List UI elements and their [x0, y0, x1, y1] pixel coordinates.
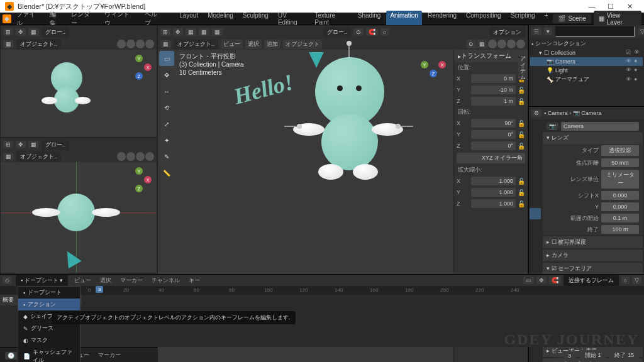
tab-data-camera[interactable]	[530, 208, 541, 219]
zoom-icon[interactable]	[145, 196, 155, 206]
lens-unit[interactable]: ミリメーター	[601, 170, 639, 189]
axis-z[interactable]: Z	[135, 72, 143, 80]
ds-filter2-icon[interactable]: ▽	[632, 277, 641, 284]
mode-dd[interactable]: オブジェクト..	[16, 39, 61, 50]
tab-add[interactable]: +	[541, 11, 552, 27]
tree-collection[interactable]: ▾ ☐ Collection☑👁	[530, 48, 643, 57]
axis-z[interactable]: Z	[135, 185, 143, 192]
mode-dd[interactable]: オブジェクト..	[16, 151, 61, 162]
props-editor-icon[interactable]: ⚙	[531, 109, 541, 117]
ds-menu-view[interactable]: ビュー	[72, 277, 94, 285]
lock-icon[interactable]: 🔓	[518, 131, 525, 138]
shade-solid-icon[interactable]	[126, 152, 135, 161]
eye-icon[interactable]: 👁	[634, 49, 641, 57]
transform-tool[interactable]: ✦	[159, 133, 174, 148]
cursor-icon[interactable]: ✥	[16, 141, 26, 148]
nav-gizmo[interactable]: Y X Z	[126, 167, 152, 192]
axis-y[interactable]: Y	[135, 55, 143, 62]
shade-solid-icon[interactable]	[497, 40, 506, 48]
loc-z[interactable]: 1 m	[471, 97, 516, 106]
ds-snap-dd[interactable]: 近接するフレーム	[564, 275, 619, 286]
pivot-icon[interactable]: ⊙	[353, 28, 364, 36]
current-frame[interactable]: 3	[563, 351, 576, 360]
lens-panel-header[interactable]: ▾ レンズ	[543, 132, 643, 144]
rot-y[interactable]: 0°	[471, 130, 516, 139]
menu-add[interactable]: 追加	[264, 40, 280, 49]
tab-scripting[interactable]: Scripting	[507, 11, 539, 27]
lock-icon[interactable]: 🔓	[518, 200, 525, 207]
tab-layout[interactable]: Layout	[175, 11, 202, 27]
persp-icon[interactable]	[145, 118, 155, 128]
focal-length[interactable]: 50 mm	[601, 158, 639, 167]
minimize-button[interactable]: —	[582, 3, 601, 10]
tree-scene-collection[interactable]: ▪ シーンコレクション	[530, 39, 643, 48]
app-icon[interactable]: ◆	[3, 14, 11, 23]
dopesheet-timeline[interactable]: 3 0 20 40 60 80 100 120 140 160 180 200 …	[0, 286, 644, 295]
measure-tool[interactable]: 📏	[159, 165, 174, 180]
axis-x[interactable]: X	[144, 63, 152, 71]
tab-object[interactable]	[530, 183, 541, 194]
shade-wire-icon[interactable]	[117, 152, 126, 161]
lock-icon[interactable]: 🔓	[518, 178, 525, 185]
shade-wire-icon[interactable]	[488, 40, 497, 48]
lock-icon[interactable]: 🔓	[518, 98, 525, 105]
tab-constraint[interactable]	[530, 195, 541, 207]
snap2-icon[interactable]: ▦	[212, 28, 223, 36]
current-frame-marker[interactable]: 3	[96, 286, 103, 293]
rotate-tool[interactable]: ⟲	[159, 100, 174, 115]
editor-icon[interactable]: ▦	[160, 40, 171, 48]
menu-object[interactable]: オブジェクト	[283, 40, 322, 49]
shade-render-icon[interactable]	[516, 40, 525, 48]
shade-render-icon[interactable]	[145, 40, 154, 48]
viewlayer-selector[interactable]: ▦View Layer	[594, 11, 641, 27]
disable-icon[interactable]: ●	[634, 67, 641, 74]
persp-icon[interactable]	[145, 230, 155, 240]
dopesheet-mode-dd[interactable]: ▪ ドープシート ▾	[16, 275, 68, 286]
menu-select[interactable]: 選択	[245, 40, 262, 49]
shade-mat-icon[interactable]	[136, 40, 145, 48]
dd-mask[interactable]: ◐ マスク	[18, 334, 80, 346]
filter-icon[interactable]: ▽	[638, 28, 644, 35]
options-dd[interactable]: オプション	[489, 27, 525, 38]
snap-icon[interactable]: ▦	[199, 28, 209, 36]
tab-viewlayer[interactable]	[530, 145, 541, 156]
camera-panel-header[interactable]: ▸ カメラ	[543, 250, 643, 261]
zoom-icon[interactable]	[145, 84, 155, 94]
frame-start[interactable]: 開始 1	[580, 350, 606, 361]
axis-x[interactable]: X	[438, 61, 446, 69]
ds-filter-icon[interactable]: 🧲	[549, 277, 561, 284]
tree-camera[interactable]: 📷 Camera👁●	[530, 57, 643, 66]
annotate-tool[interactable]: ✎	[159, 149, 174, 164]
orientation-dd[interactable]: グロー..	[323, 27, 351, 38]
tab-modeling[interactable]: Modeling	[204, 11, 237, 27]
snap-toggle[interactable]: 🧲	[366, 28, 378, 36]
editor-icon[interactable]: ▦	[3, 153, 14, 160]
transform-panel-header[interactable]: ▸ トランスフォーム	[454, 50, 528, 62]
prop-edit-icon[interactable]: ○	[380, 28, 389, 36]
cursor-tool[interactable]: ✥	[159, 67, 174, 82]
shade-solid-icon[interactable]	[126, 40, 135, 48]
tab-render[interactable]	[530, 120, 541, 131]
camera-data-icon[interactable]: 📷	[547, 123, 558, 130]
tab-compositing[interactable]: Compositing	[462, 11, 505, 27]
eye-icon[interactable]: 👁	[626, 58, 633, 65]
eye-icon[interactable]: 👁	[626, 67, 633, 74]
axis-y[interactable]: Y	[421, 61, 428, 69]
disable-icon[interactable]: ●	[634, 76, 641, 84]
viewport-top-left[interactable]: ⊞ ✥ ▦ グロー.. ▦ オブジェクト.. Z Y X	[0, 25, 157, 138]
viewport-bottom-left[interactable]: ⊞ ✥ ▦ グロー.. ▦ オブジェクト.. Y X Z	[0, 138, 157, 274]
tab-texturepaint[interactable]: Texture Paint	[311, 11, 352, 27]
select-tool[interactable]: ▭	[159, 51, 174, 66]
select-icon[interactable]: ▦	[28, 28, 39, 36]
tab-rendering[interactable]: Rendering	[424, 11, 460, 27]
nav-gizmo[interactable]: Z Y X	[421, 52, 446, 77]
tab-uv[interactable]: UV Editing	[274, 11, 309, 27]
shift-y[interactable]: 0.000	[601, 202, 639, 211]
lens-type[interactable]: 透視投影	[601, 145, 639, 156]
frame-end[interactable]: 終了 15	[609, 350, 639, 361]
shade-render-icon[interactable]	[145, 152, 154, 161]
shade-mat-icon[interactable]	[507, 40, 516, 48]
axis-z[interactable]: Z	[430, 70, 437, 77]
lock-icon[interactable]: 🔓	[518, 87, 525, 94]
camera-icon[interactable]	[145, 219, 155, 229]
